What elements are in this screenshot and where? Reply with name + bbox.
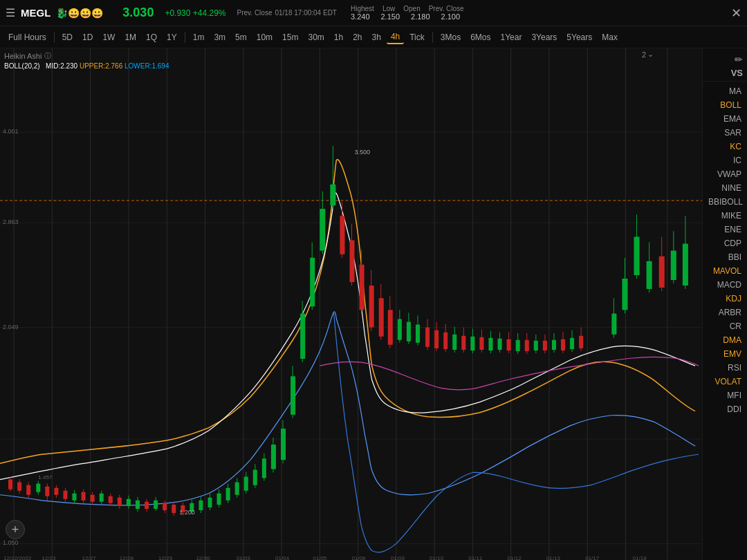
prev-close-time: 01/18 17:00:04 EDT: [275, 9, 337, 17]
sidebar-item-sar[interactable]: SAR: [703, 126, 747, 140]
price-change: +0.930 +44.29%: [165, 8, 225, 18]
prev-close-info: Prev. Close 01/18 17:00:04 EDT: [237, 9, 337, 17]
period-1y[interactable]: 1Y: [163, 31, 181, 44]
interval-tick[interactable]: Tick: [405, 31, 429, 44]
interval-4h[interactable]: 4h: [387, 30, 404, 44]
svg-text:01/06: 01/06: [352, 555, 367, 560]
period-5d[interactable]: 5D: [58, 31, 77, 44]
period-1d[interactable]: 1D: [78, 31, 97, 44]
sidebar-item-emv[interactable]: EMV: [703, 347, 747, 361]
prev-close-val: 2.100: [441, 12, 461, 21]
open-val: 2.180: [411, 12, 430, 21]
svg-text:12/23: 12/23: [42, 555, 56, 560]
sidebar-item-ene[interactable]: ENE: [703, 223, 747, 236]
sidebar-item-bbi[interactable]: BBI: [703, 250, 747, 264]
svg-text:01/17: 01/17: [585, 555, 600, 560]
svg-text:01/03: 01/03: [237, 555, 251, 560]
right-sidebar: ✏ VS MA BOLL EMA SAR KC IC VWAP NINE BBI…: [702, 48, 747, 560]
period-1q[interactable]: 1Q: [142, 31, 161, 44]
sidebar-item-ddi[interactable]: DDI: [703, 402, 747, 416]
svg-text:4.001: 4.001: [3, 128, 19, 135]
svg-text:1.200: 1.200: [179, 509, 195, 516]
menu-icon[interactable]: ☰: [6, 6, 15, 19]
svg-text:01/10: 01/10: [430, 555, 444, 560]
sidebar-item-macd[interactable]: MACD: [703, 278, 747, 292]
scale-button[interactable]: 2 ⌄: [642, 50, 654, 59]
divider-3: [432, 32, 433, 43]
boll-indicator-label: BOLL(20,2): [4, 62, 44, 70]
svg-text:2.863: 2.863: [3, 218, 19, 225]
divider-2: [185, 32, 185, 43]
range-max[interactable]: Max: [598, 31, 622, 44]
sidebar-item-mavol[interactable]: MAVOL: [703, 264, 747, 278]
heikin-ashi-label: Heikin Ashi: [4, 52, 42, 60]
svg-text:01/04: 01/04: [275, 555, 290, 560]
svg-text:01/11: 01/11: [468, 555, 483, 560]
svg-text:01/13: 01/13: [546, 555, 561, 560]
sidebar-item-cr[interactable]: CR: [703, 319, 747, 333]
range-3mos[interactable]: 3Mos: [436, 31, 465, 44]
sidebar-item-ic[interactable]: IC: [703, 153, 747, 167]
interval-1m[interactable]: 1m: [189, 31, 209, 44]
sidebar-item-volat[interactable]: VOLAT: [703, 375, 747, 389]
svg-text:1.457: 1.457: [38, 474, 53, 480]
interval-30m[interactable]: 30m: [304, 31, 328, 44]
interval-15m[interactable]: 15m: [278, 31, 302, 44]
ticker-emoji: 🐉😀😀😀: [56, 8, 103, 19]
svg-text:01/05: 01/05: [313, 555, 327, 560]
svg-text:1.050: 1.050: [3, 539, 19, 546]
vs-label[interactable]: VS: [731, 68, 743, 78]
sidebar-item-cdp[interactable]: CDP: [703, 236, 747, 250]
highest-val: 3.240: [351, 12, 370, 21]
sidebar-item-bbiboll[interactable]: BBIBOLL: [703, 195, 747, 209]
interval-5m[interactable]: 5m: [231, 31, 251, 44]
indicator-label: Heikin Ashi ⓘ: [4, 51, 51, 61]
boll-mid-val: MID:2.230: [46, 62, 77, 70]
period-1m[interactable]: 1M: [120, 31, 140, 44]
close-icon[interactable]: ✕: [731, 6, 741, 21]
svg-text:01/09: 01/09: [391, 555, 405, 560]
header-left: ☰ MEGL 🐉😀😀😀 3.030 +0.930 +44.29% Prev. C…: [6, 5, 464, 21]
range-5years[interactable]: 5Years: [562, 31, 596, 44]
sidebar-item-kdj[interactable]: KDJ: [703, 292, 747, 306]
ticker-symbol: MEGL: [21, 7, 50, 19]
interval-3h[interactable]: 3h: [368, 31, 385, 44]
interval-3m[interactable]: 3m: [210, 31, 230, 44]
sidebar-item-dma[interactable]: DMA: [703, 333, 747, 347]
sidebar-item-ma[interactable]: MA: [703, 84, 747, 98]
header: ☰ MEGL 🐉😀😀😀 3.030 +0.930 +44.29% Prev. C…: [0, 0, 747, 26]
range-1year[interactable]: 1Year: [496, 31, 526, 44]
sidebar-item-boll[interactable]: BOLL: [703, 98, 747, 112]
sidebar-item-kc[interactable]: KC: [703, 140, 747, 153]
boll-label: BOLL(20,2) MID:2.230 UPPER:2.766 LOWER:1…: [4, 62, 169, 70]
svg-text:01/18: 01/18: [633, 555, 647, 560]
svg-text:12/30: 12/30: [196, 555, 210, 560]
sidebar-item-arbr[interactable]: ARBR: [703, 306, 747, 319]
info-icon[interactable]: ⓘ: [44, 51, 51, 61]
prev-close-label: Prev. Close: [237, 9, 273, 17]
sidebar-item-nine[interactable]: NINE: [703, 181, 747, 195]
add-chart-button[interactable]: +: [6, 520, 25, 539]
interval-2h[interactable]: 2h: [349, 31, 366, 44]
sidebar-item-vwap[interactable]: VWAP: [703, 167, 747, 181]
svg-text:12/27: 12/27: [82, 555, 97, 560]
period-1w[interactable]: 1W: [98, 31, 119, 44]
range-6mos[interactable]: 6Mos: [466, 31, 495, 44]
divider-1: [54, 32, 55, 43]
sidebar-item-rsi[interactable]: RSI: [703, 361, 747, 375]
svg-text:12/29: 12/29: [158, 555, 173, 560]
ohlc-info: Highest Low Open Prev. Close 3.240 2.150…: [351, 5, 464, 21]
interval-10m[interactable]: 10m: [252, 31, 277, 44]
sidebar-item-ema[interactable]: EMA: [703, 112, 747, 126]
svg-text:12/22/2022: 12/22/2022: [3, 555, 32, 560]
interval-1h[interactable]: 1h: [330, 31, 347, 44]
svg-text:2.049: 2.049: [3, 324, 19, 330]
sidebar-item-mike[interactable]: MIKE: [703, 209, 747, 223]
chart-area[interactable]: 4.001 2.863 2.049 1.050 3.500 1.200 1.45…: [0, 48, 702, 560]
range-3years[interactable]: 3Years: [527, 31, 561, 44]
full-hours-btn[interactable]: Full Hours: [4, 31, 50, 44]
toolbar: Full Hours 5D 1D 1W 1M 1Q 1Y 1m 3m 5m 10…: [0, 26, 747, 48]
svg-rect-99: [349, 240, 354, 282]
sidebar-item-mfi[interactable]: MFI: [703, 389, 747, 402]
edit-icon[interactable]: ✏: [735, 54, 743, 65]
